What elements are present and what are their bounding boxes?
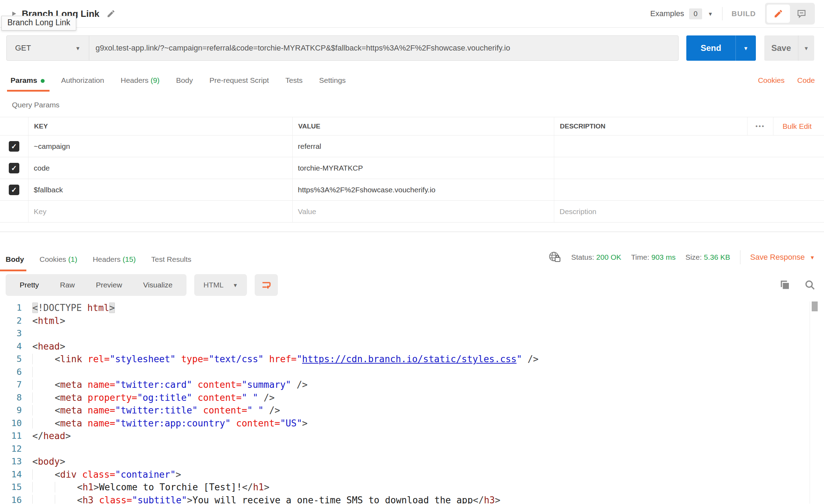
code-line-content: <meta property="og:title" content=" " /> (32, 391, 275, 404)
edit-mode-button[interactable] (767, 5, 790, 23)
send-button[interactable]: Send (686, 35, 735, 61)
cookies-link[interactable]: Cookies (758, 76, 785, 85)
response-tab-body[interactable]: Body (6, 250, 24, 271)
param-value[interactable]: referral (292, 135, 554, 157)
code-line-content: </head> (32, 430, 71, 443)
code-line-content: <h3 class="subtitle">You will receive a … (32, 494, 501, 504)
new-key-input[interactable] (34, 207, 279, 216)
request-tab-body[interactable]: Body (176, 71, 193, 92)
save-button[interactable]: Save (764, 35, 798, 61)
description-column-header: DESCRIPTION (554, 117, 747, 135)
tab-count: (1) (68, 255, 77, 263)
line-number: 9 (0, 404, 32, 417)
param-checkbox[interactable]: ✓ (9, 163, 19, 173)
line-number: 13 (0, 455, 32, 468)
param-key[interactable]: $fallback (28, 179, 292, 200)
comment-icon (796, 8, 807, 19)
value-column-header: VALUE (292, 117, 554, 135)
pencil-icon (773, 9, 783, 19)
code-line: 9 <meta name="twitter:title" content=" "… (0, 404, 824, 417)
params-table-header: KEY VALUE DESCRIPTION ••• Bulk Edit (0, 117, 824, 135)
view-tab-preview[interactable]: Preview (85, 281, 133, 289)
comments-button[interactable] (790, 5, 813, 23)
code-line: 10 <meta name="twitter:app:country" cont… (0, 417, 824, 430)
param-description[interactable] (554, 135, 824, 157)
param-key[interactable]: ~campaign (28, 135, 292, 157)
line-number: 11 (0, 430, 32, 443)
line-number: 15 (0, 481, 32, 494)
code-lines: 1<!DOCTYPE html>2<html>34<head>5 <link r… (0, 301, 824, 504)
code-line: 1<!DOCTYPE html> (0, 301, 824, 314)
query-params-title: Query Params (12, 101, 824, 109)
bulk-edit-button[interactable]: Bulk Edit (773, 117, 824, 135)
search-response-button[interactable] (804, 279, 816, 291)
code-line-content: <h1>Welcome to Torchie [Test]!</h1> (32, 481, 269, 494)
code-link[interactable]: Code (797, 76, 815, 85)
code-line: 8 <meta property="og:title" content=" " … (0, 391, 824, 404)
save-response-button[interactable]: Save Response ▼ (750, 253, 815, 262)
save-response-chevron-icon: ▼ (810, 254, 815, 260)
request-tab-params[interactable]: Params (11, 71, 45, 92)
new-value-input[interactable] (298, 207, 541, 216)
code-line: 14 <div class="container"> (0, 468, 824, 481)
code-scrollbar-thumb[interactable] (812, 301, 818, 311)
code-line: 12 (0, 443, 824, 456)
copy-response-button[interactable] (779, 279, 790, 291)
view-tab-pretty[interactable]: Pretty (9, 281, 50, 289)
save-options-chevron[interactable]: ▼ (798, 35, 814, 61)
param-description[interactable] (554, 179, 824, 200)
examples-dropdown-chevron-icon[interactable]: ▼ (708, 11, 713, 17)
param-checkbox[interactable]: ✓ (9, 141, 19, 152)
format-select[interactable]: HTML ▼ (194, 274, 247, 296)
request-tab-tests[interactable]: Tests (285, 71, 302, 92)
response-bar: BodyCookies (1)Headers (15)Test Results … (0, 232, 824, 271)
code-line: 3 (0, 327, 824, 340)
param-row: ✓~campaignreferral (0, 135, 824, 157)
edit-pencil-icon[interactable] (106, 9, 116, 18)
code-line-content: <body> (32, 455, 65, 468)
save-button-group: Save ▼ (764, 35, 814, 61)
wrap-lines-button[interactable] (255, 274, 278, 296)
code-line: 4<head> (0, 340, 824, 353)
response-tab-headers[interactable]: Headers (15) (93, 250, 136, 271)
globe-lock-icon[interactable] (549, 251, 561, 263)
request-tab-headers[interactable]: Headers (9) (120, 71, 159, 92)
format-chevron-icon: ▼ (233, 282, 238, 288)
line-number: 10 (0, 417, 32, 430)
param-description[interactable] (554, 157, 824, 179)
request-tab-settings[interactable]: Settings (319, 71, 346, 92)
send-options-chevron[interactable]: ▼ (735, 35, 756, 61)
code-line: 11</head> (0, 430, 824, 443)
param-key[interactable]: code (28, 157, 292, 179)
code-line: 13<body> (0, 455, 824, 468)
param-placeholder-row (0, 201, 824, 223)
method-select[interactable]: GET ▼ (7, 36, 89, 60)
request-tab-authorization[interactable]: Authorization (61, 71, 104, 92)
more-options-button[interactable]: ••• (747, 117, 773, 135)
param-checkbox-empty (0, 201, 28, 222)
view-tab-raw[interactable]: Raw (50, 281, 85, 289)
param-value[interactable]: https%3A%2F%2Fshowcase.voucherify.io (292, 179, 554, 200)
header-divider (722, 7, 722, 20)
view-tab-visualize[interactable]: Visualize (133, 281, 183, 289)
code-line-content: <meta name="twitter:app:country" content… (32, 417, 308, 430)
params-rows: ✓~campaignreferral✓codetorchie-MYRATKCP✓… (0, 135, 824, 201)
param-value[interactable]: torchie-MYRATKCP (292, 157, 554, 179)
code-line: 7 <meta name="twitter:card" content="sum… (0, 378, 824, 391)
line-number: 2 (0, 314, 32, 327)
request-tab-pre-request-script[interactable]: Pre-request Script (209, 71, 269, 92)
line-number: 14 (0, 468, 32, 481)
response-tab-cookies[interactable]: Cookies (1) (40, 250, 77, 271)
new-description-input[interactable] (560, 207, 811, 216)
response-status-area: Status:200 OK Time:903 ms Size:5.36 KB S… (549, 250, 815, 271)
response-tab-test-results[interactable]: Test Results (151, 250, 191, 271)
title-tooltip: Branch Long Link (1, 16, 76, 31)
code-line: 6 (0, 366, 824, 379)
code-line-content: <!DOCTYPE html> (32, 301, 115, 314)
line-number: 6 (0, 366, 32, 379)
params-table: KEY VALUE DESCRIPTION ••• Bulk Edit ✓~ca… (0, 117, 824, 223)
code-line-content: <head> (32, 340, 65, 353)
url-input[interactable] (89, 36, 678, 60)
code-scrollbar[interactable] (810, 301, 818, 504)
param-checkbox[interactable]: ✓ (9, 185, 19, 195)
